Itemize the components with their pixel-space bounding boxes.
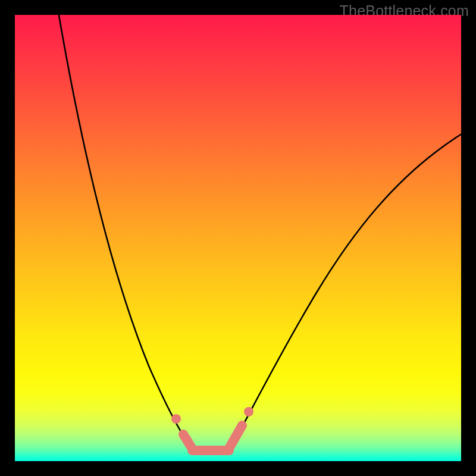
curve-left-branch — [58, 12, 187, 442]
bottleneck-curve — [15, 15, 461, 461]
chart-frame: TheBottleneck.com — [0, 0, 476, 476]
valley-marker — [171, 407, 253, 450]
svg-point-1 — [244, 407, 253, 416]
plot-area — [15, 15, 461, 461]
svg-point-0 — [171, 414, 181, 424]
curve-right-branch — [234, 134, 462, 442]
